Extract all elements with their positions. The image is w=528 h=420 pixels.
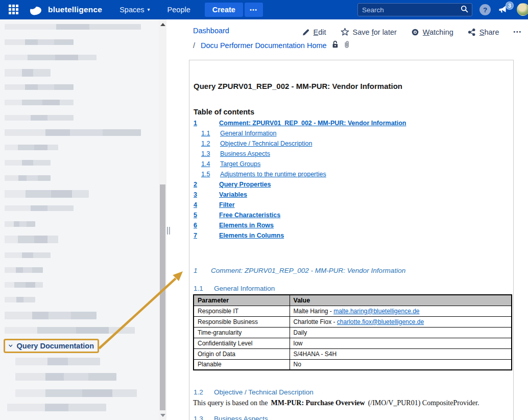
sidebar-item-redacted[interactable] <box>5 236 58 243</box>
toc-link[interactable]: Elements in Rows <box>219 221 274 230</box>
toc-link[interactable]: Free Characteristics <box>219 211 280 220</box>
toc-link[interactable]: Elements in Columns <box>219 231 284 240</box>
toc-row: 1.5 Adjustments to the runtime propertie… <box>189 170 513 180</box>
toc-number-link[interactable]: 4 <box>194 200 197 209</box>
parameter-cell: Planable <box>194 359 290 370</box>
parameter-cell: Responsible Business <box>194 316 290 327</box>
page-more-button[interactable]: ••• <box>513 29 522 35</box>
column-header-parameter: Parameter <box>194 295 290 306</box>
toc-link[interactable]: Filter <box>219 200 235 209</box>
app-switcher-icon[interactable] <box>8 4 19 15</box>
breadcrumb-dashboard-link[interactable]: Dashboard <box>193 27 229 35</box>
sidebar-item-redacted[interactable] <box>5 327 135 334</box>
edit-button[interactable]: Edit <box>302 28 326 36</box>
page-actions: Edit Save for later Watching Share ••• <box>302 28 522 36</box>
sidebar-subitem-redacted[interactable] <box>15 358 100 365</box>
toc-number-link[interactable]: 3 <box>194 190 197 199</box>
user-avatar[interactable] <box>517 3 528 16</box>
toc-link[interactable]: Target Groups <box>220 159 260 169</box>
toc-link[interactable]: General Information <box>220 129 276 138</box>
sidebar-subitem-redacted[interactable] <box>15 373 116 381</box>
sidebar-item-redacted[interactable] <box>5 205 74 211</box>
sidebar-item-redacted[interactable] <box>5 145 58 150</box>
sidebar-item-redacted[interactable] <box>5 55 97 60</box>
sidebar-resize-handle[interactable] <box>167 227 170 235</box>
sidebar-item-redacted[interactable] <box>5 312 97 319</box>
toc-link[interactable]: Objective / Technical Description <box>220 139 312 148</box>
toc-row: 6 Elements in Rows <box>189 221 513 231</box>
sidebar-item-redacted[interactable] <box>5 252 51 258</box>
chevron-down-icon <box>9 344 13 348</box>
page-title: Query ZPURV01_REP_002 - MM-PUR: Vendor I… <box>194 82 402 90</box>
toc-row: 4 Filter <box>189 200 513 211</box>
navbar-more-button[interactable]: ••• <box>245 3 263 17</box>
sidebar-subitem-redacted[interactable] <box>7 404 106 411</box>
help-icon[interactable]: ? <box>479 4 491 15</box>
section-heading-1-3: 1.3Business Aspects <box>194 415 268 420</box>
sidebar-item-redacted[interactable] <box>5 129 141 136</box>
table-row: Planable No <box>194 359 512 370</box>
bluetelligence-logo-icon[interactable] <box>30 4 43 16</box>
value-cell: Daily <box>290 327 512 338</box>
search-icon[interactable] <box>461 5 468 15</box>
unlock-icon[interactable] <box>331 40 339 50</box>
toc-number-link[interactable]: 1.2 <box>201 139 210 148</box>
value-cell: No <box>290 359 512 370</box>
attachments-paperclip-icon[interactable] <box>343 40 350 50</box>
toc-list: 1 Comment: ZPURV01_REP_002 - MM-PUR: Ven… <box>189 119 513 241</box>
toc-row: 3 Variables <box>189 190 513 200</box>
sidebar-subitem-redacted[interactable] <box>15 389 137 397</box>
breadcrumb-page-link[interactable]: Docu Performer Documentation Home <box>201 41 327 50</box>
sidebar-scrollbar[interactable] <box>159 19 166 420</box>
sidebar-item-redacted[interactable] <box>5 297 35 302</box>
watching-button[interactable]: Watching <box>411 28 453 36</box>
search-box[interactable] <box>357 3 472 16</box>
sidebar-item-redacted[interactable] <box>5 39 74 45</box>
scroll-up-icon[interactable] <box>160 23 165 26</box>
toc-row: 5 Free Characteristics <box>189 211 513 221</box>
notification-badge: 3 <box>506 2 514 10</box>
sidebar-item-redacted[interactable] <box>5 84 74 90</box>
sidebar-item-redacted[interactable] <box>5 175 51 181</box>
toc-link[interactable]: Business Aspects <box>220 149 270 158</box>
sidebar-item-redacted[interactable] <box>5 221 35 227</box>
toc-number-link[interactable]: 1.4 <box>201 159 210 169</box>
toc-link[interactable]: Query Properties <box>219 180 271 189</box>
nav-spaces[interactable]: Spaces ▾ <box>119 6 150 14</box>
scrollbar-thumb[interactable] <box>160 184 165 410</box>
search-input[interactable] <box>358 6 461 14</box>
toc-number-link[interactable]: 5 <box>194 211 197 220</box>
sidebar-item-redacted[interactable] <box>5 282 43 288</box>
create-button[interactable]: Create <box>205 3 243 17</box>
toc-number-link[interactable]: 2 <box>194 180 197 189</box>
toc-link[interactable]: Comment: ZPURV01_REP_002 - MM-PUR: Vendo… <box>219 119 406 128</box>
toc-number-link[interactable]: 1.5 <box>201 170 210 179</box>
sidebar-item-query-documentation annotation-highlight-box[interactable]: Query Documentation <box>4 339 99 353</box>
general-information-table: Parameter Value Responsible IT Malte Har… <box>193 294 512 370</box>
toc-row: 1 Comment: ZPURV01_REP_002 - MM-PUR: Ven… <box>189 119 513 129</box>
scroll-down-icon[interactable] <box>160 414 165 417</box>
value-cell: S/4HANA - S4H <box>290 348 512 359</box>
sidebar-item-redacted[interactable] <box>5 100 74 105</box>
sidebar-item-redacted[interactable] <box>5 190 89 198</box>
toc-number-link[interactable]: 7 <box>194 231 197 240</box>
brand-name[interactable]: bluetelligence <box>48 5 102 14</box>
email-link[interactable]: malte.haring@bluetelligence.de <box>333 308 419 315</box>
toc-number-link[interactable]: 1 <box>194 119 197 128</box>
share-button[interactable]: Share <box>468 28 499 36</box>
toc-number-link[interactable]: 1.1 <box>201 129 210 138</box>
nav-people[interactable]: People <box>167 6 190 14</box>
pencil-icon <box>302 28 310 36</box>
toc-number-link[interactable]: 1.3 <box>201 149 210 158</box>
sidebar-item-redacted[interactable] <box>5 69 51 77</box>
sidebar-item-redacted[interactable] <box>5 267 43 273</box>
sidebar-item-redacted[interactable] <box>5 24 141 30</box>
share-icon <box>468 28 476 36</box>
toc-number-link[interactable]: 6 <box>194 221 197 230</box>
save-for-later-button[interactable]: Save for later <box>341 28 397 36</box>
toc-link[interactable]: Adjustments to the runtime properties <box>220 170 326 179</box>
email-link[interactable]: charlotte.fiox@bluetelligence.de <box>337 318 424 325</box>
sidebar-item-redacted[interactable] <box>5 115 74 121</box>
sidebar-item-redacted[interactable] <box>5 160 51 166</box>
toc-link[interactable]: Variables <box>219 190 247 199</box>
